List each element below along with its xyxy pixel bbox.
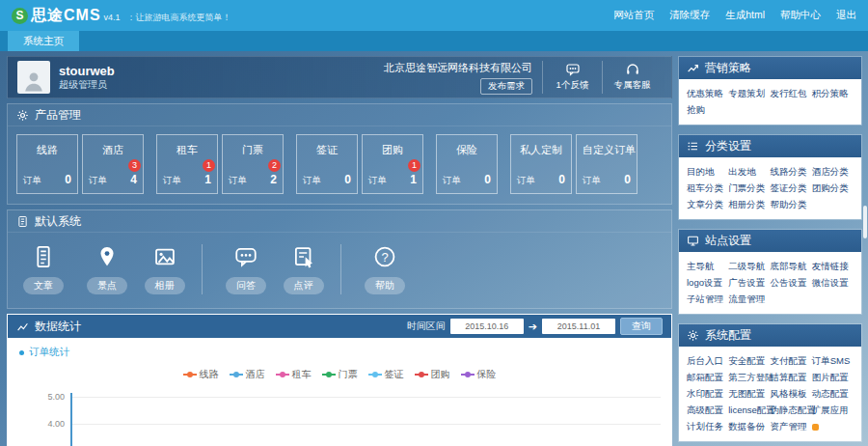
sidebar-link[interactable]: 结算配置 [771,369,812,385]
sidebar-link[interactable]: logo设置 [687,274,728,291]
sidebar-link[interactable]: 伪静态配置 [771,402,812,418]
sidebar-link-label: 邮箱配置 [687,372,723,382]
top-menu-item[interactable]: 网站首页 [613,9,654,22]
sidebar-link[interactable]: 帮助分类 [771,196,812,212]
sidebar-link[interactable]: 出发地 [728,163,770,180]
default-system-item[interactable]: 点评 [278,244,341,294]
sidebar-link[interactable]: 后台入口 [687,352,728,369]
sidebar-link[interactable]: 计划任务 [687,418,728,434]
default-system-item[interactable]: 文章 [12,244,75,294]
legend-item[interactable]: 租车 [276,368,312,381]
product-box[interactable]: 团购 1 订单 1 [362,134,423,194]
user-action-button[interactable]: 专属客服 [602,61,662,94]
company-link[interactable]: 发布需求 [480,78,532,95]
y-ticks: 5.00 4.00 3.00 2.00 [72,397,661,446]
product-box[interactable]: 签证 订单 0 [296,134,358,194]
sidebar-link[interactable]: 文章分类 [687,196,728,212]
avatar[interactable] [17,61,50,94]
sidebar-link[interactable]: 积分策略 [812,85,854,101]
legend-item[interactable]: 酒店 [230,368,265,381]
sidebar-link[interactable]: 团购分类 [812,180,854,196]
arrow-right-icon: ➔ [529,321,537,333]
product-box[interactable]: 线路 订单 0 [16,134,78,194]
app-logo[interactable]: S 思途CMS v4.1 ：让旅游电商系统更简单！ [12,6,231,26]
top-menu-item[interactable]: 退出 [836,9,856,22]
sidebar-link[interactable]: 风格模板 [771,385,812,402]
sidebar-link[interactable]: 微信设置 [812,274,854,291]
sidebar-link[interactable]: 目的地 [687,163,728,180]
sidebar-link[interactable]: 相册分类 [728,196,770,212]
product-box[interactable]: 自定义订单 订单 0 [576,134,637,194]
legend-label: 酒店 [246,368,265,381]
sidebar-link[interactable]: 专题策划 [728,85,770,101]
company-name: 北京思途智远网络科技有限公司 [384,61,532,75]
sidebar-link[interactable]: 流量管理 [728,291,770,307]
legend-item[interactable]: 签证 [368,368,404,381]
legend-item[interactable]: 团购 [415,368,450,381]
legend-item[interactable]: 保险 [461,368,497,381]
sidebar-link[interactable]: 无图配置 [728,385,770,402]
sidebar-link[interactable]: 订单SMS [812,352,854,369]
sidebar-link[interactable]: 邮箱配置 [687,369,728,385]
order-label: 订单 [229,175,247,187]
top-menu-item[interactable]: 清除缓存 [669,9,710,22]
query-button[interactable]: 查询 [620,318,663,335]
legend-item[interactable]: 门票 [322,368,358,381]
sidebar-link[interactable]: 动态配置 [812,385,854,402]
sidebar-link[interactable]: 二级导航 [728,258,770,274]
sidebar-link-label: 支付配置 [771,355,807,366]
sidebar-link[interactable]: 主导航 [687,258,728,274]
date-from-input[interactable]: 2015.10.16 [450,319,524,334]
sidebar-link[interactable]: 公告设置 [771,274,812,291]
sidebar-link[interactable]: 高级配置 [687,402,728,418]
sidebar-link[interactable]: 抢购 [687,101,728,118]
default-system-item-label: 文章 [23,277,64,294]
sidebar-link[interactable]: 租车分类 [687,180,728,196]
sidebar-link[interactable]: 友情链接 [812,258,854,274]
product-box[interactable]: 私人定制 订单 0 [510,134,572,194]
default-system-item[interactable]: 景点 [75,244,139,294]
legend-item[interactable]: 线路 [183,368,219,381]
sidebar-link[interactable]: 支付配置 [771,352,812,369]
sidebar-link[interactable]: 水印配置 [687,385,728,402]
default-system-item[interactable]: ? 帮助 [353,244,417,294]
tab-system-home[interactable]: 系统主页 [8,31,79,51]
sidebar-link-label: 租车分类 [687,182,723,193]
user-actions: 1个反馈 专属客服 [542,61,662,94]
sidebar-link[interactable]: 酒店分类 [812,163,854,180]
sidebar-link[interactable]: 线路分类 [771,163,812,180]
sidebar-link[interactable]: 安全配置 [728,352,770,369]
sidebar-link[interactable]: 第三方登陆 [728,369,770,385]
default-system-item-label: 相册 [145,277,185,294]
sidebar-link[interactable]: 签证分类 [771,180,812,196]
product-box[interactable]: 保险 订单 0 [436,134,498,194]
date-to-input[interactable]: 2015.11.01 [542,319,615,334]
user-action-button[interactable]: 1个反馈 [542,61,602,94]
sidebar-link[interactable]: 发行红包 [771,85,812,101]
product-box[interactable]: 门票 2 订单 2 [222,134,284,194]
sidebar-link-label: 帮助分类 [771,199,807,209]
product-box[interactable]: 租车 1 订单 1 [156,134,218,194]
sidebar-link[interactable]: 扩展应用 [812,402,854,418]
default-system-item[interactable]: 问答 [214,244,278,294]
gear-icon [16,109,29,122]
sidebar-link[interactable]: 子站管理 [687,291,728,307]
sidebar-link[interactable]: 门票分类 [728,180,770,196]
order-count: 0 [484,173,491,186]
product-name: 团购 [368,143,417,157]
product-name: 私人定制 [517,143,565,157]
sidebar-link[interactable]: license配置 [728,402,770,418]
default-system-item[interactable]: 相册 [139,244,203,294]
sidebar-link[interactable]: 广告设置 [728,274,770,291]
new-order-badge: 1 [408,159,420,172]
sidebar-link[interactable]: 底部导航 [771,258,812,274]
product-box[interactable]: 酒店 3 订单 4 [82,134,144,194]
scrollbar-thumb[interactable] [863,206,867,238]
sidebar-link[interactable]: 资产管理 [771,418,812,434]
top-menu-item[interactable]: 帮助中心 [780,9,821,22]
top-menu-item[interactable]: 生成html [725,9,765,22]
sidebar-link[interactable]: 数据备份 [728,418,770,434]
sidebar-link[interactable]: 图片配置 [812,369,854,385]
sidebar-link[interactable]: 优惠策略 [687,85,728,101]
order-count: 2 [270,173,277,186]
